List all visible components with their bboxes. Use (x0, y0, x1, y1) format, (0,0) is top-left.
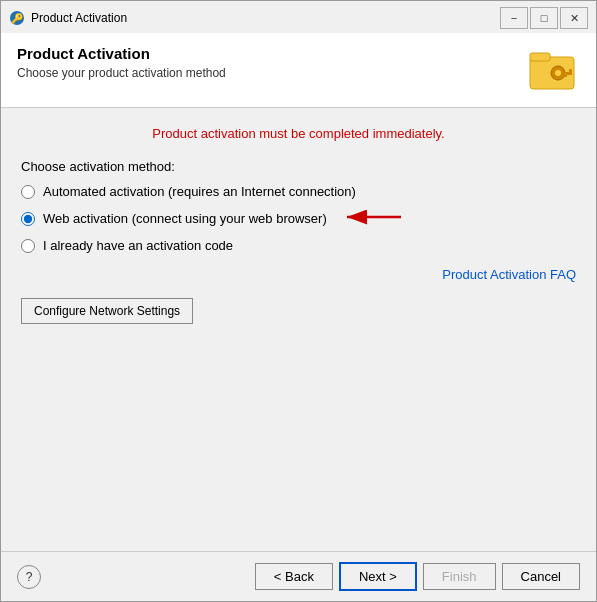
faq-link-row: Product Activation FAQ (21, 267, 576, 282)
alert-message: Product activation must be completed imm… (21, 126, 576, 141)
radio-code[interactable] (21, 239, 35, 253)
option-automated-label: Automated activation (requires an Intern… (43, 184, 356, 199)
radio-web[interactable] (21, 212, 35, 226)
option-web[interactable]: Web activation (connect using your web b… (21, 207, 576, 230)
svg-point-5 (555, 70, 561, 76)
radio-automated[interactable] (21, 185, 35, 199)
configure-network-button[interactable]: Configure Network Settings (21, 298, 193, 324)
svg-rect-3 (530, 53, 550, 61)
option-automated[interactable]: Automated activation (requires an Intern… (21, 184, 576, 199)
content-area: Product activation must be completed imm… (1, 108, 596, 551)
next-button[interactable]: Next > (339, 562, 417, 591)
faq-link[interactable]: Product Activation FAQ (442, 267, 576, 282)
help-button[interactable]: ? (17, 565, 41, 589)
selection-arrow-icon (343, 207, 403, 230)
back-button[interactable]: < Back (255, 563, 333, 590)
minimize-button[interactable]: − (500, 7, 528, 29)
option-web-label: Web activation (connect using your web b… (43, 211, 327, 226)
window-title: Product Activation (31, 11, 500, 25)
footer: ? < Back Next > Finish Cancel (1, 551, 596, 601)
header-text: Product Activation Choose your product a… (17, 45, 226, 80)
option-code[interactable]: I already have an activation code (21, 238, 576, 253)
activation-method-group: Automated activation (requires an Intern… (21, 184, 576, 253)
product-activation-window: 🔑 Product Activation − □ ✕ Product Activ… (0, 0, 597, 602)
window-icon: 🔑 (9, 10, 25, 26)
close-button[interactable]: ✕ (560, 7, 588, 29)
option-code-label: I already have an activation code (43, 238, 233, 253)
svg-rect-7 (569, 69, 572, 73)
header-section: Product Activation Choose your product a… (1, 33, 596, 108)
dialog-title: Product Activation (17, 45, 226, 62)
svg-rect-8 (564, 72, 567, 77)
finish-button[interactable]: Finish (423, 563, 496, 590)
window-controls: − □ ✕ (500, 7, 588, 29)
cancel-button[interactable]: Cancel (502, 563, 580, 590)
title-bar: 🔑 Product Activation − □ ✕ (1, 1, 596, 33)
maximize-button[interactable]: □ (530, 7, 558, 29)
dialog-subtitle: Choose your product activation method (17, 66, 226, 80)
section-label: Choose activation method: (21, 159, 576, 174)
header-icon (528, 45, 580, 93)
svg-text:🔑: 🔑 (11, 12, 24, 25)
